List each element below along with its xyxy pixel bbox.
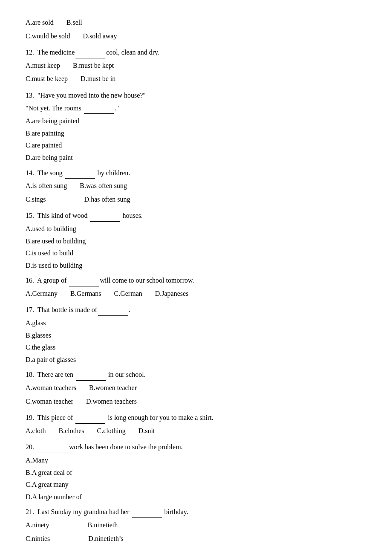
question-15: 15. This kind of wood houses. A.used to …: [26, 210, 366, 271]
option-row: A.Germany B.Germans C.German D.Japaneses: [26, 288, 366, 301]
option-d: D.Japaneses: [155, 288, 189, 299]
option-c: C.is used to build: [26, 248, 366, 259]
question-number: 21. Last Sunday my grandma had her: [26, 508, 131, 515]
option-c: C.are painted: [26, 140, 366, 151]
option-b: B.are painting: [26, 128, 366, 139]
option-c: C.woman teacher: [26, 396, 73, 407]
blank-field: [76, 369, 106, 381]
blank-field: [69, 275, 99, 286]
option-a: A.must keep: [26, 60, 60, 71]
question-number: 14. The song: [26, 169, 64, 176]
option-a: A.Many: [26, 455, 366, 466]
question-number: 12. The medicine: [26, 49, 75, 56]
blank-field: [75, 412, 105, 424]
stem-after: by children.: [96, 169, 130, 176]
option-a: A.cloth: [26, 425, 46, 436]
question-stem: 20. work has been done to solve the prob…: [26, 442, 366, 453]
option-d: D.is used to building: [26, 260, 366, 271]
stem-after: work has been done to solve the problem.: [69, 443, 183, 451]
question-14: 14. The song by children. A.is often sun…: [26, 168, 366, 206]
question-20: 20. work has been done to solve the prob…: [26, 442, 366, 502]
stem-after: birthday.: [163, 508, 188, 515]
blank-field: [98, 304, 128, 316]
blank-field: [84, 103, 114, 114]
question-stem: 17. That bottle is made of .: [26, 304, 366, 316]
option-row: A.must keep B.must be kept: [26, 60, 366, 72]
option-a: A.is often sung: [26, 180, 67, 191]
question-number: 16. A group of: [26, 277, 68, 284]
blank-field: [38, 442, 68, 453]
option-b: B.clothes: [59, 425, 84, 436]
option-a: A.Germany: [26, 288, 58, 299]
stem2-text: "Not yet. The rooms: [26, 104, 83, 112]
question-stem: 18. There are ten in our school.: [26, 369, 366, 381]
option-b: B.are used to building: [26, 236, 366, 247]
option-d: D.suit: [138, 425, 155, 436]
question-stem: 16. A group of will come to our school t…: [26, 275, 366, 286]
question-12: 12. The medicine cool, clean and dry. A.…: [26, 47, 366, 86]
option-row: A.are sold B.sell: [26, 17, 366, 29]
question-21: 21. Last Sunday my grandma had her birth…: [26, 506, 366, 545]
question-16: 16. A group of will come to our school t…: [26, 275, 366, 300]
question-13: 13. "Have you moved into the new house?"…: [26, 90, 366, 163]
option-b: B.must be kept: [73, 60, 114, 71]
option-c: C.sings: [26, 194, 46, 205]
stem-after: .: [129, 306, 130, 313]
option-d: D.are being paint: [26, 152, 366, 163]
blank-field: [132, 506, 162, 518]
option-b: B.A great deal of: [26, 467, 366, 478]
option-c: C.must be keep: [26, 73, 68, 84]
question-stem: 13. "Have you moved into the new house?": [26, 90, 366, 101]
option-c: C.A great many: [26, 479, 366, 490]
option-d: D.women teachers: [86, 396, 137, 407]
option-d: D.sold away: [83, 31, 117, 42]
question-stem: 12. The medicine cool, clean and dry.: [26, 47, 366, 58]
option-row: A.ninety B.ninetieth: [26, 520, 366, 532]
option-b: B.was often sung: [80, 180, 127, 191]
option-d: D.must be in: [81, 73, 115, 84]
option-d: D.has often sung: [84, 194, 130, 205]
question-number: 20.: [26, 443, 37, 451]
question-number: 18. There are ten: [26, 371, 75, 378]
question-number: 15. This kind of wood: [26, 212, 89, 219]
question-stem: 21. Last Sunday my grandma had her birth…: [26, 506, 366, 518]
stem-after: in our school.: [107, 371, 146, 378]
option-a: A.are being painted: [26, 116, 366, 127]
question-17: 17. That bottle is made of . A.glass B.g…: [26, 304, 366, 365]
question-stem2: "Not yet. The rooms .": [26, 103, 366, 114]
option-c: C.ninties: [26, 533, 50, 544]
option-b: B.sell: [66, 17, 82, 28]
option-a: A.woman teachers: [26, 382, 76, 393]
option-c: C.German: [114, 288, 142, 299]
top-options-block: A.are sold B.sell C.would be sold D.sold…: [26, 17, 366, 43]
option-c: C.the glass: [26, 342, 366, 353]
option-row: A.is often sung B.was often sung: [26, 180, 366, 193]
blank-field: [65, 168, 95, 179]
question-number: 17. That bottle is made of: [26, 306, 97, 313]
question-19: 19. This piece of is long enough for you…: [26, 412, 366, 437]
question-18: 18. There are ten in our school. A.woman…: [26, 369, 366, 408]
option-c: C.clothing: [97, 425, 126, 436]
option-d: D.a pair of glasses: [26, 354, 366, 365]
option-a: A.glass: [26, 318, 366, 329]
option-row: C.sings D.has often sung: [26, 194, 366, 206]
question-stem: 19. This piece of is long enough for you…: [26, 412, 366, 424]
stem-after: houses.: [121, 212, 143, 219]
quiz-container: A.are sold B.sell C.would be sold D.sold…: [26, 17, 366, 545]
option-row: C.woman teacher D.women teachers: [26, 396, 366, 408]
option-b: B.glasses: [26, 330, 366, 341]
option-a: A.are sold: [26, 17, 54, 28]
option-a: A.used to building: [26, 223, 366, 234]
option-b: B.Germans: [70, 288, 101, 299]
blank-field: [90, 210, 120, 222]
option-b: B.ninetieth: [88, 520, 118, 531]
question-stem: 14. The song by children.: [26, 168, 366, 179]
question-number: 19. This piece of: [26, 414, 75, 421]
option-row: C.would be sold D.sold away: [26, 31, 366, 43]
option-row: C.must be keep D.must be in: [26, 73, 366, 86]
stem2-after: .": [115, 104, 119, 112]
option-row: A.cloth B.clothes C.clothing D.suit: [26, 425, 366, 438]
stem-after: will come to our school tomorrow.: [100, 277, 194, 284]
stem-after: cool, clean and dry.: [106, 49, 159, 56]
option-b: B.women teacher: [89, 382, 137, 393]
